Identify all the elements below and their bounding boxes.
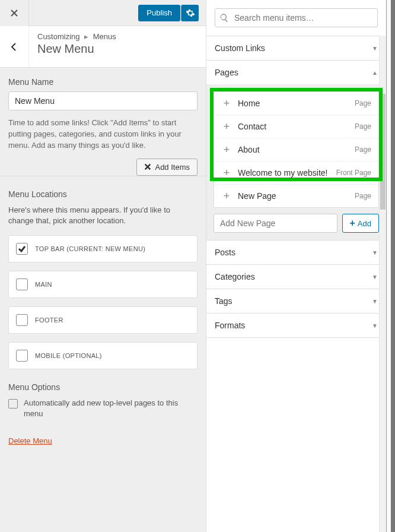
location-topbar[interactable]: TOP BAR (CURRENT: NEW MENU) xyxy=(8,235,198,262)
chevron-down-icon: ▼ xyxy=(372,249,378,256)
back-button[interactable] xyxy=(0,26,29,67)
plus-icon: + xyxy=(221,98,232,109)
accordion-posts[interactable]: Posts ▼ xyxy=(206,240,386,265)
location-footer[interactable]: FOOTER xyxy=(8,306,198,334)
page-item-about[interactable]: + About Page xyxy=(214,138,378,162)
search-input[interactable] xyxy=(215,8,378,27)
chevron-down-icon: ▼ xyxy=(372,322,378,329)
gear-icon xyxy=(186,8,195,18)
page-item-welcome[interactable]: + Welcome to my website! Front Page xyxy=(214,162,378,185)
add-button-label: Add xyxy=(358,219,371,228)
accordion-pages[interactable]: Pages ▲ xyxy=(206,61,386,84)
accordion-label: Pages xyxy=(215,68,238,77)
accordion-label: Custom Links xyxy=(215,43,265,53)
pages-panel: + Home Page + Contact Page + About Page xyxy=(206,84,386,240)
breadcrumb-current: Menus xyxy=(93,32,116,41)
locations-desc: Here's where this menu appears. If you'd… xyxy=(8,205,198,227)
menu-name-input[interactable] xyxy=(8,91,198,110)
page-item-contact[interactable]: + Contact Page xyxy=(214,115,378,138)
close-icon xyxy=(144,163,151,170)
add-items-label: Add Items xyxy=(155,163,190,172)
plus-icon: + xyxy=(221,121,232,132)
page-title: New Menu xyxy=(37,42,198,56)
item-title: About xyxy=(238,145,355,154)
locations-title: Menu Locations xyxy=(8,189,198,199)
delete-menu-link[interactable]: Delete Menu xyxy=(8,436,52,445)
checkbox[interactable] xyxy=(16,278,28,290)
add-page-input[interactable] xyxy=(214,214,337,233)
checkbox-checked[interactable] xyxy=(16,243,28,255)
accordion-label: Posts xyxy=(215,248,235,257)
chevron-down-icon: ▼ xyxy=(372,274,378,280)
chevron-up-icon: ▲ xyxy=(372,69,378,76)
plus-icon: + xyxy=(221,191,232,201)
accordion-categories[interactable]: Categories ▼ xyxy=(206,265,386,289)
scroll-thumb[interactable] xyxy=(380,94,386,210)
breadcrumb-sep: ▸ xyxy=(84,32,88,41)
accordion-label: Tags xyxy=(215,296,232,306)
search-box xyxy=(215,8,378,27)
accordion-tags[interactable]: Tags ▼ xyxy=(206,289,386,314)
item-type: Page xyxy=(355,145,371,154)
item-type: Page xyxy=(355,99,371,107)
page-item-newpage[interactable]: + New Page Page xyxy=(214,185,378,207)
scrollbar[interactable] xyxy=(379,36,386,532)
item-title: Welcome to my website! xyxy=(238,167,336,178)
chevron-down-icon: ▼ xyxy=(372,45,378,52)
accordion-custom-links[interactable]: Custom Links ▼ xyxy=(206,36,386,61)
publish-settings-button[interactable] xyxy=(181,5,199,21)
auto-add-label: Automatically add new top-level pages to… xyxy=(24,398,198,419)
accordion-formats[interactable]: Formats ▼ xyxy=(206,314,386,338)
item-title: Contact xyxy=(238,122,355,131)
add-items-button[interactable]: Add Items xyxy=(136,159,198,176)
location-main[interactable]: MAIN xyxy=(8,271,198,298)
accordion-label: Formats xyxy=(215,321,245,330)
plus-icon: + xyxy=(221,167,232,178)
location-label: MOBILE (OPTIONAL) xyxy=(35,352,102,359)
item-type: Page xyxy=(355,122,371,131)
auto-add-option[interactable]: Automatically add new top-level pages to… xyxy=(8,398,198,419)
location-label: FOOTER xyxy=(35,316,63,324)
add-page-button[interactable]: + Add xyxy=(342,214,379,233)
accordion-label: Categories xyxy=(215,272,255,281)
menu-name-label: Menu Name xyxy=(8,77,198,87)
divider xyxy=(0,176,206,176)
location-label: MAIN xyxy=(35,281,52,288)
plus-icon: + xyxy=(350,218,355,229)
breadcrumb-parent: Customizing xyxy=(37,32,80,41)
checkbox[interactable] xyxy=(16,314,28,326)
checkbox[interactable] xyxy=(16,350,28,362)
publish-label: Publish xyxy=(138,8,180,17)
window-edge xyxy=(387,0,395,532)
item-type: Page xyxy=(355,192,371,200)
checkbox[interactable] xyxy=(8,399,18,408)
breadcrumb: Customizing ▸ Menus xyxy=(37,32,198,41)
close-button[interactable] xyxy=(0,0,29,26)
item-title: Home xyxy=(238,99,355,108)
location-mobile[interactable]: MOBILE (OPTIONAL) xyxy=(8,342,198,369)
plus-icon: + xyxy=(221,144,232,155)
chevron-down-icon: ▼ xyxy=(372,298,378,305)
options-title: Menu Options xyxy=(8,382,198,392)
page-item-home[interactable]: + Home Page xyxy=(214,92,378,115)
search-icon xyxy=(219,13,229,23)
item-type: Front Page xyxy=(336,169,371,177)
location-label: TOP BAR (CURRENT: NEW MENU) xyxy=(35,245,145,252)
help-text: Time to add some links! Click "Add Items… xyxy=(8,118,198,151)
publish-button[interactable]: Publish xyxy=(138,5,180,21)
item-title: New Page xyxy=(238,191,355,201)
